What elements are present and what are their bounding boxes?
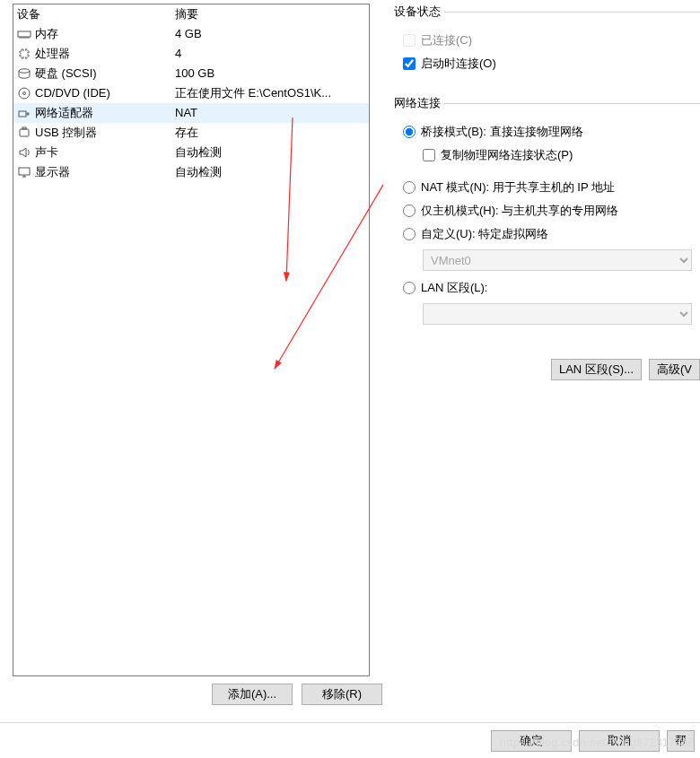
- cd-icon: [17, 86, 31, 100]
- bridged-label: 桥接模式(B): 直接连接物理网络: [421, 124, 583, 140]
- device-name: USB 控制器: [35, 123, 97, 143]
- lanseg-label: LAN 区段(L):: [421, 280, 487, 296]
- device-table[interactable]: 设备 摘要 内存4 GB处理器4硬盘 (SCSI)100 GBCD/DVD (I…: [13, 4, 370, 676]
- svg-rect-1: [21, 50, 28, 57]
- device-name: 硬盘 (SCSI): [35, 64, 97, 83]
- device-summary: 自动检测: [170, 162, 369, 182]
- table-row[interactable]: 处理器4: [13, 44, 369, 64]
- connected-row: 已连接(C): [403, 29, 700, 52]
- table-row[interactable]: 网络适配器NAT: [13, 103, 369, 123]
- lanseg-radio[interactable]: [403, 282, 416, 294]
- hostonly-radio[interactable]: [403, 205, 416, 217]
- connect-at-poweron-label: 启动时连接(O): [421, 56, 496, 72]
- svg-rect-5: [19, 111, 26, 117]
- nat-radio[interactable]: [403, 181, 416, 194]
- connect-at-poweron-checkbox[interactable]: [403, 57, 416, 70]
- table-row[interactable]: 内存4 GB: [13, 24, 369, 44]
- table-row[interactable]: USB 控制器存在: [13, 123, 369, 143]
- device-summary: 4: [170, 44, 369, 64]
- device-summary: 100 GB: [170, 64, 369, 83]
- device-table-header: 设备 摘要: [13, 4, 369, 24]
- display-icon: [17, 165, 31, 179]
- header-summary: 摘要: [170, 4, 369, 24]
- memory-icon: [17, 27, 31, 41]
- disk-icon: [17, 66, 31, 81]
- replicate-label: 复制物理网络连接状态(P): [441, 147, 573, 163]
- nat-row[interactable]: NAT 模式(N): 用于共享主机的 IP 地址: [403, 176, 700, 199]
- connected-checkbox: [403, 34, 416, 47]
- table-row[interactable]: 硬盘 (SCSI)100 GB: [13, 64, 369, 83]
- lan-segments-button[interactable]: LAN 区段(S)...: [551, 359, 642, 380]
- nat-label: NAT 模式(N): 用于共享主机的 IP 地址: [421, 179, 615, 196]
- nic-icon: [17, 106, 31, 120]
- svg-rect-0: [18, 31, 31, 37]
- svg-rect-7: [22, 127, 26, 129]
- table-row[interactable]: 声卡自动检测: [13, 143, 369, 162]
- device-name: 网络适配器: [35, 103, 93, 123]
- device-status-group: 设备状态 已连接(C) 启动时连接(O): [390, 4, 700, 81]
- lanseg-select: [423, 303, 692, 325]
- replicate-row[interactable]: 复制物理网络连接状态(P): [423, 144, 700, 167]
- bridged-radio[interactable]: [403, 126, 416, 138]
- network-connection-legend: 网络连接: [390, 95, 444, 111]
- svg-point-2: [19, 69, 30, 73]
- device-name: 声卡: [35, 143, 58, 162]
- cpu-icon: [17, 47, 31, 61]
- hostonly-row[interactable]: 仅主机模式(H): 与主机共享的专用网络: [403, 199, 700, 222]
- cancel-button[interactable]: 取消: [579, 730, 660, 752]
- svg-point-4: [23, 92, 26, 95]
- bridged-row[interactable]: 桥接模式(B): 直接连接物理网络: [403, 120, 700, 144]
- device-name: 内存: [35, 24, 58, 44]
- usb-icon: [17, 126, 31, 140]
- custom-vmnet-select: VMnet0: [423, 249, 692, 271]
- dialog-bottom-bar: 确定 取消 帮: [0, 722, 700, 758]
- table-row[interactable]: CD/DVD (IDE)正在使用文件 E:\CentOS1\K...: [13, 83, 369, 103]
- help-button[interactable]: 帮: [667, 730, 695, 752]
- advanced-button[interactable]: 高级(V: [649, 359, 700, 380]
- svg-point-3: [19, 88, 30, 99]
- lanseg-row[interactable]: LAN 区段(L):: [403, 276, 700, 300]
- header-device: 设备: [13, 4, 170, 24]
- ok-button[interactable]: 确定: [491, 730, 572, 752]
- custom-row[interactable]: 自定义(U): 特定虚拟网络: [403, 222, 700, 246]
- device-summary: 存在: [170, 123, 369, 143]
- connect-at-poweron-row[interactable]: 启动时连接(O): [403, 52, 700, 75]
- device-name: 处理器: [35, 44, 70, 64]
- replicate-checkbox[interactable]: [423, 149, 435, 161]
- hostonly-label: 仅主机模式(H): 与主机共享的专用网络: [421, 203, 618, 219]
- device-summary: 正在使用文件 E:\CentOS1\K...: [170, 83, 369, 103]
- device-summary: 自动检测: [170, 143, 369, 162]
- svg-rect-6: [20, 129, 29, 136]
- device-status-legend: 设备状态: [390, 4, 444, 20]
- custom-label: 自定义(U): 特定虚拟网络: [421, 226, 548, 242]
- device-summary: NAT: [170, 103, 369, 123]
- sound-icon: [17, 145, 31, 160]
- add-button[interactable]: 添加(A)...: [212, 684, 293, 705]
- svg-rect-8: [19, 168, 30, 175]
- connected-label: 已连接(C): [421, 32, 472, 48]
- device-name: 显示器: [35, 162, 70, 182]
- network-connection-group: 网络连接 桥接模式(B): 直接连接物理网络 复制物理网络连接状态(P) NAT…: [390, 95, 700, 335]
- custom-radio[interactable]: [403, 228, 416, 240]
- table-row[interactable]: 显示器自动检测: [13, 162, 369, 182]
- device-summary: 4 GB: [170, 24, 369, 44]
- device-name: CD/DVD (IDE): [35, 83, 110, 103]
